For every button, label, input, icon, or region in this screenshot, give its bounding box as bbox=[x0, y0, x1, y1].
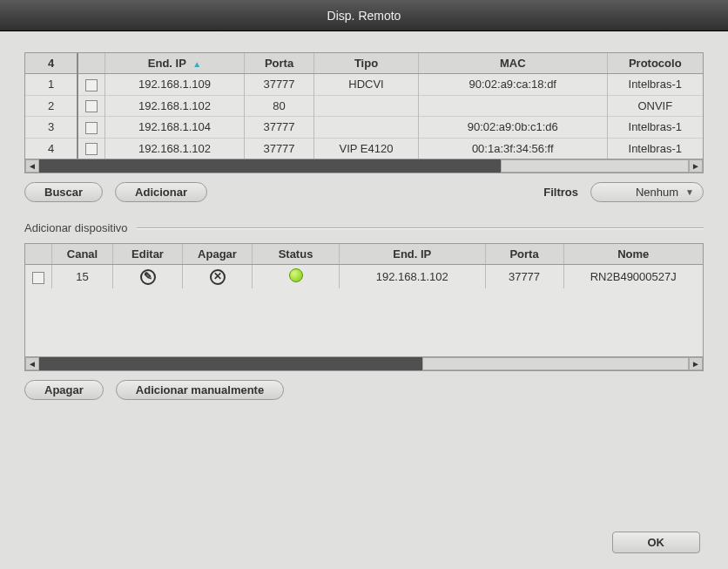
table-row[interactable]: 3 192.168.1.104 37777 90:02:a9:0b:c1:d6 … bbox=[25, 117, 703, 139]
filters-label: Filtros bbox=[543, 186, 578, 199]
col-edit[interactable]: Editar bbox=[113, 244, 183, 265]
window-title: Disp. Remoto bbox=[327, 9, 401, 23]
scroll-right-icon[interactable]: ► bbox=[689, 357, 703, 370]
discovered-devices-table: 4 End. IP ▲ Porta Tipo MAC Protocolo 1 1 bbox=[24, 52, 704, 173]
col-delete[interactable]: Apagar bbox=[183, 244, 253, 265]
col-status[interactable]: Status bbox=[253, 244, 340, 265]
col-name[interactable]: Nome bbox=[563, 244, 703, 265]
scroll-track[interactable] bbox=[39, 357, 689, 370]
scroll-right-icon[interactable]: ► bbox=[689, 159, 703, 173]
row-checkbox[interactable] bbox=[85, 122, 98, 134]
row-checkbox[interactable] bbox=[85, 100, 98, 112]
col-protocol[interactable]: Protocolo bbox=[607, 53, 703, 74]
row-checkbox[interactable] bbox=[85, 143, 98, 155]
scroll-left-icon[interactable]: ◄ bbox=[25, 159, 39, 173]
section-title: Adicionar dispositivo bbox=[24, 221, 704, 234]
delete-icon[interactable]: ✕ bbox=[210, 269, 226, 285]
window-titlebar: Disp. Remoto bbox=[0, 0, 728, 31]
horizontal-scrollbar[interactable]: ◄ ► bbox=[25, 159, 703, 173]
col-checkbox bbox=[78, 53, 105, 74]
col-mac[interactable]: MAC bbox=[419, 53, 608, 74]
col-checkbox bbox=[25, 244, 52, 265]
search-button[interactable]: Buscar bbox=[24, 182, 103, 202]
filters-dropdown-value: Nenhum bbox=[636, 186, 678, 199]
ok-button[interactable]: OK bbox=[612, 532, 701, 553]
col-count: 4 bbox=[25, 53, 78, 74]
col-ip[interactable]: End. IP ▲ bbox=[105, 53, 245, 74]
scroll-left-icon[interactable]: ◄ bbox=[25, 357, 39, 370]
add-button[interactable]: Adicionar bbox=[115, 182, 207, 202]
filters-dropdown[interactable]: Nenhum ▼ bbox=[590, 182, 704, 202]
row-checkbox[interactable] bbox=[32, 272, 44, 284]
added-devices-table: Canal Editar Apagar Status End. IP Porta… bbox=[24, 243, 704, 371]
horizontal-scrollbar[interactable]: ◄ ► bbox=[25, 356, 703, 370]
status-online-icon bbox=[289, 268, 303, 282]
col-ip[interactable]: End. IP bbox=[340, 244, 486, 265]
delete-button[interactable]: Apagar bbox=[24, 380, 104, 400]
scroll-thumb[interactable] bbox=[501, 159, 689, 173]
table-empty-area bbox=[25, 288, 703, 356]
chevron-down-icon: ▼ bbox=[685, 187, 694, 197]
table-row[interactable]: 1 192.168.1.109 37777 HDCVI 90:02:a9:ca:… bbox=[25, 74, 703, 96]
col-type[interactable]: Tipo bbox=[314, 53, 419, 74]
col-port[interactable]: Porta bbox=[485, 244, 563, 265]
scroll-thumb[interactable] bbox=[422, 357, 689, 370]
scroll-track[interactable] bbox=[39, 159, 689, 173]
add-manually-button[interactable]: Adicionar manualmente bbox=[116, 380, 284, 400]
col-channel[interactable]: Canal bbox=[52, 244, 113, 265]
table-row[interactable]: 2 192.168.1.102 80 ONVIF bbox=[25, 95, 703, 117]
table-row[interactable]: 4 192.168.1.102 37777 VIP E4120 00:1a:3f… bbox=[25, 138, 703, 159]
col-port[interactable]: Porta bbox=[245, 53, 314, 74]
edit-icon[interactable]: ✎ bbox=[140, 269, 156, 285]
table-row[interactable]: 15 ✎ ✕ 192.168.1.102 37777 RN2B49000527J bbox=[25, 265, 703, 289]
row-checkbox[interactable] bbox=[85, 79, 98, 91]
sort-asc-icon: ▲ bbox=[192, 59, 201, 69]
